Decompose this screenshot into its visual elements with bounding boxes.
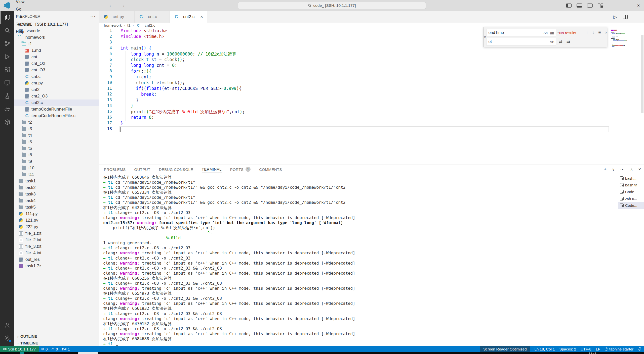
- tree-item-task1.7z[interactable]: task1.7z: [14, 263, 99, 269]
- accounts-button[interactable]: [0, 319, 14, 332]
- tree-item-t11[interactable]: t11: [14, 171, 99, 178]
- tree-item-cnt2_O3[interactable]: cnt2_O3: [14, 93, 99, 99]
- replace-icon[interactable]: ⇄: [558, 39, 564, 45]
- menu-run[interactable]: Run: [13, 13, 36, 21]
- timeline-section-header[interactable]: › TIMELINE: [14, 340, 99, 346]
- eol-indicator[interactable]: LF: [594, 346, 603, 352]
- previous-match-icon[interactable]: ↑: [585, 30, 590, 36]
- close-window-button[interactable]: ×: [633, 0, 644, 11]
- tree-item-cnt_O2[interactable]: cnt_O2: [14, 60, 99, 67]
- menu-view[interactable]: View: [13, 0, 36, 6]
- close-tab-icon[interactable]: ×: [200, 14, 203, 20]
- command-center-search[interactable]: code_ [SSH: 10.1.1.177]: [238, 2, 426, 9]
- tree-item-cnt.c[interactable]: Ccnt.c: [14, 73, 99, 80]
- tree-item-t1[interactable]: t1: [14, 41, 99, 47]
- terminal-instance-3[interactable]: Code...: [618, 188, 644, 195]
- tree-item-file_2.txt[interactable]: file_2.txt: [14, 237, 99, 243]
- replace-all-icon[interactable]: ⇉: [565, 39, 571, 45]
- toggle-panel-icon[interactable]: [577, 4, 582, 8]
- tree-item-111.py[interactable]: 111.py: [14, 211, 99, 217]
- tree-item-tempCodeRunnerFile[interactable]: tempCodeRunnerFile: [14, 106, 99, 113]
- tree-item-t9[interactable]: t9: [14, 158, 99, 165]
- tree-item-t4[interactable]: t4: [14, 132, 99, 139]
- tree-item-t2[interactable]: t2: [14, 119, 99, 126]
- toggle-replace-chevron-icon[interactable]: ∨: [484, 27, 486, 47]
- tree-item-t3[interactable]: t3: [14, 126, 99, 132]
- panel-tab-problems[interactable]: PROBLEMS: [104, 165, 126, 174]
- panel-tab-debug-console[interactable]: DEBUG CONSOLE: [159, 165, 193, 174]
- sidebar-item-search[interactable]: [0, 24, 14, 37]
- sidebar-item-extensions[interactable]: [0, 63, 14, 76]
- explorer-more-actions-icon[interactable]: ···: [90, 14, 96, 19]
- tree-item-out_res[interactable]: out_res: [14, 256, 99, 263]
- notifications-bell[interactable]: [636, 346, 644, 352]
- sidebar-item-remote-explorer[interactable]: [0, 76, 14, 89]
- tree-item-t10[interactable]: t10: [14, 165, 99, 171]
- terminal-profile-dropdown-icon[interactable]: ∨: [612, 167, 615, 171]
- tree-item-task3[interactable]: task3: [14, 191, 99, 197]
- tree-item-222.py[interactable]: 222.py: [14, 224, 99, 230]
- find-input[interactable]: [487, 29, 543, 36]
- outline-section-header[interactable]: › OUTLINE: [14, 333, 99, 339]
- tab-cnt.py[interactable]: cnt.py: [99, 11, 135, 23]
- tree-item-cnt_O3[interactable]: cnt_O3: [14, 67, 99, 73]
- breadcrumb-item-homework[interactable]: homework: [104, 23, 122, 28]
- tree-item-task1[interactable]: task1: [14, 178, 99, 184]
- back-icon[interactable]: ←: [109, 3, 114, 8]
- terminal-instance-1[interactable]: bash...: [618, 175, 644, 182]
- tree-item-t5[interactable]: t5: [14, 139, 99, 145]
- remote-indicator[interactable]: >< SSH: 10.1.1.177: [0, 346, 39, 352]
- new-terminal-icon[interactable]: +: [604, 167, 607, 172]
- editor-scrollbar[interactable]: [641, 35, 643, 113]
- tree-item-file_3.txt[interactable]: file_3.txt: [14, 243, 99, 250]
- preserve-case-icon[interactable]: AB: [549, 39, 555, 44]
- menu-go[interactable]: Go: [13, 6, 36, 13]
- close-find-icon[interactable]: ×: [603, 30, 609, 36]
- sidebar-item-source-control[interactable]: [0, 37, 14, 50]
- find-in-selection-icon[interactable]: ≡: [597, 30, 602, 36]
- restore-button[interactable]: [620, 0, 631, 11]
- settings-button[interactable]: [0, 332, 14, 345]
- tree-item-cnt.py[interactable]: cnt.py: [14, 80, 99, 86]
- panel-tab-terminal[interactable]: TERMINAL: [202, 165, 222, 174]
- indentation-indicator[interactable]: Spaces: 2: [557, 346, 578, 352]
- terminal-instance-4[interactable]: zsh c...: [618, 195, 644, 202]
- minimize-button[interactable]: —: [607, 0, 618, 11]
- tree-item-file_4.txt[interactable]: file_4.txt: [14, 250, 99, 256]
- panel-tab-ports[interactable]: PORTS1: [230, 165, 251, 174]
- ports-indicator[interactable]: 1: [60, 346, 72, 352]
- terminal-output[interactable]: 在1秒内完成了 6508646 次加法运算→ t1 cd "/home/dayi…: [103, 175, 616, 346]
- breadcrumb-item-t1[interactable]: t1: [127, 23, 131, 28]
- sidebar-item-docker[interactable]: [0, 103, 14, 116]
- regex-icon[interactable]: .*: [555, 30, 560, 35]
- tree-item-cnt2.c[interactable]: Ccnt2.c: [14, 99, 99, 106]
- forward-icon[interactable]: →: [120, 3, 125, 8]
- tree-item-cnt[interactable]: cnt: [14, 54, 99, 60]
- menu-help[interactable]: Help: [13, 28, 36, 36]
- tree-item-121.py[interactable]: 121.py: [14, 217, 99, 224]
- panel-tab-comments[interactable]: COMMENTS: [259, 165, 282, 174]
- code-editor[interactable]: 123456789101112131415161718 #include <st…: [99, 28, 644, 165]
- tree-item-tempCodeRunnerFile.c[interactable]: CtempCodeRunnerFile.c: [14, 113, 99, 119]
- encoding-indicator[interactable]: UTF-8: [578, 346, 594, 352]
- tree-item-1.md[interactable]: M↓1.md: [14, 47, 99, 54]
- tab-cnt.c[interactable]: Ccnt.c: [135, 11, 170, 23]
- problems-indicator[interactable]: ⊗ 0 ⚠ 0: [39, 346, 60, 352]
- split-editor-icon[interactable]: [623, 15, 628, 19]
- cursor-position-indicator[interactable]: Ln 18, Col 1: [532, 346, 557, 352]
- sidebar-item-testing[interactable]: [0, 89, 14, 103]
- tabnine-indicator[interactable]: tabnine starter: [602, 346, 636, 352]
- replace-input[interactable]: [487, 38, 549, 45]
- terminal-instance-5[interactable]: Code...: [618, 202, 644, 209]
- tree-item-task5[interactable]: task5: [14, 204, 99, 211]
- close-panel-icon[interactable]: ×: [638, 167, 641, 172]
- maximize-panel-icon[interactable]: ∧: [630, 167, 633, 171]
- whole-word-icon[interactable]: ab: [549, 30, 555, 35]
- panel-tab-output[interactable]: OUTPUT: [134, 165, 150, 174]
- tree-item-t8[interactable]: t8: [14, 152, 99, 158]
- toggle-secondary-sidebar-icon[interactable]: [587, 4, 593, 8]
- panel-more-actions-icon[interactable]: ···: [620, 167, 625, 172]
- match-case-icon[interactable]: Aa: [543, 30, 549, 35]
- tree-item-t6[interactable]: t6: [14, 145, 99, 152]
- breadcrumb-item-cnt2.c[interactable]: cnt2.c: [145, 23, 155, 28]
